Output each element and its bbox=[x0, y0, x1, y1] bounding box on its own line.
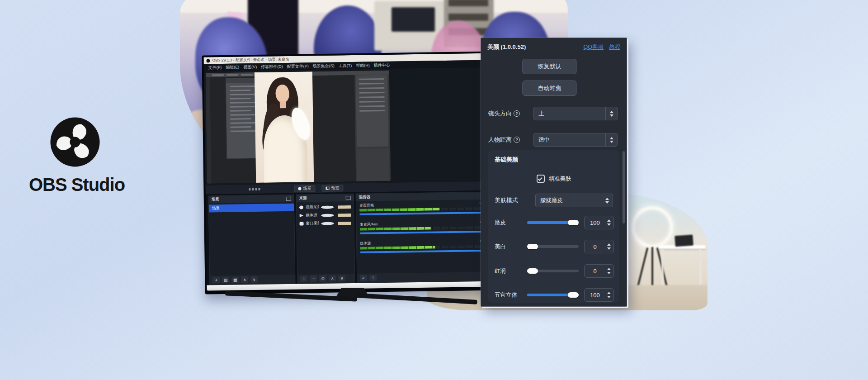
video-capture-icon bbox=[299, 205, 303, 209]
dock-menu-icon[interactable] bbox=[346, 196, 351, 200]
visibility-eye-icon[interactable] bbox=[321, 205, 334, 209]
menu-file[interactable]: 文件(F) bbox=[208, 64, 222, 70]
visibility-eye-icon[interactable] bbox=[321, 214, 334, 217]
basic-beauty-section: 基础美颜 精准美肤 美肤模式 朦胧磨皮 磨皮 100 bbox=[488, 150, 619, 303]
portrait-photo bbox=[255, 71, 314, 183]
spinner-chevrons-icon[interactable] bbox=[605, 219, 613, 226]
spinner-chevrons-icon[interactable] bbox=[605, 292, 613, 298]
lock-icon[interactable] bbox=[338, 205, 351, 209]
skin-mode-select[interactable]: 朦胧磨皮 bbox=[535, 194, 613, 207]
panel-scrollbar[interactable] bbox=[623, 151, 625, 223]
menu-edit[interactable]: 编辑(E) bbox=[226, 64, 239, 70]
rosy-slider[interactable] bbox=[527, 270, 579, 272]
lock-icon[interactable] bbox=[338, 222, 351, 225]
lock-icon[interactable] bbox=[338, 214, 351, 217]
select-chevrons-icon[interactable] bbox=[601, 194, 613, 207]
spinner-chevrons-icon[interactable] bbox=[605, 243, 613, 250]
qq-support-link[interactable]: QQ客服 bbox=[584, 43, 604, 51]
select-chevrons-icon[interactable] bbox=[605, 107, 617, 120]
visibility-eye-icon[interactable] bbox=[321, 222, 334, 225]
help-question-icon[interactable]: ? bbox=[514, 137, 520, 143]
slider-handle[interactable] bbox=[527, 244, 538, 249]
spinner-chevrons-icon[interactable] bbox=[605, 268, 613, 274]
slider-label: 美白 bbox=[495, 243, 527, 251]
scene-item-label: 场景 bbox=[212, 206, 220, 211]
menu-help[interactable]: 帮助(H) bbox=[356, 62, 370, 68]
checkbox-label: 精准美肤 bbox=[549, 175, 571, 183]
menu-plugin-center[interactable]: 插件中心 bbox=[374, 62, 390, 68]
volume-slider[interactable] bbox=[359, 212, 489, 215]
smoothing-slider[interactable] bbox=[527, 221, 579, 224]
tab-scene[interactable]: 场景 bbox=[294, 185, 315, 192]
facial-depth-value-spinner[interactable]: 100 bbox=[584, 288, 614, 302]
rosy-value-spinner[interactable]: 0 bbox=[584, 264, 614, 278]
menu-profile[interactable]: 配置文件(P) bbox=[287, 63, 309, 70]
camera-direction-select[interactable]: 上 bbox=[533, 107, 618, 120]
move-down-icon[interactable]: ∨ bbox=[338, 275, 345, 281]
smoothing-slider-row: 磨皮 100 bbox=[495, 215, 614, 230]
source-properties-icon[interactable]: ⊙ bbox=[319, 276, 326, 282]
obs-window-title: OBS 29.1.3 - 配置文件: 未命名 - 场景: 未命名 bbox=[212, 57, 289, 63]
subject-distance-label: 人物距离 bbox=[488, 136, 512, 144]
menu-view[interactable]: 视图(V) bbox=[243, 64, 257, 70]
whitening-slider[interactable] bbox=[527, 245, 579, 248]
tab-preview[interactable]: 预览 bbox=[321, 185, 343, 192]
remove-source-icon[interactable]: − bbox=[310, 276, 317, 282]
move-down-icon[interactable]: ∨ bbox=[250, 276, 258, 283]
select-chevrons-icon[interactable] bbox=[605, 133, 617, 146]
photo-shape bbox=[280, 101, 286, 108]
beauty-filter-panel: 美颜 (1.0.0.52) QQ客服 教程 恢复默认 自动对焦 镜头方向 ? 上… bbox=[481, 38, 627, 307]
ring-light-shape bbox=[632, 206, 673, 248]
split-view-icon bbox=[326, 186, 329, 190]
photo-shape bbox=[180, 0, 568, 13]
slider-handle[interactable] bbox=[527, 268, 538, 274]
slider-handle[interactable] bbox=[568, 292, 579, 298]
source-list-item[interactable]: 窗口采集 bbox=[297, 219, 354, 228]
source-item-label: 媒体源 bbox=[306, 213, 319, 218]
auto-focus-button[interactable]: 自动对焦 bbox=[522, 81, 576, 96]
select-value: 上 bbox=[534, 110, 605, 118]
select-value: 朦胧磨皮 bbox=[536, 197, 601, 204]
add-scene-icon[interactable]: + bbox=[212, 277, 220, 283]
source-list-item[interactable]: 媒体源 bbox=[297, 211, 354, 219]
photo-shape bbox=[392, 7, 435, 32]
volume-slider[interactable] bbox=[360, 250, 489, 253]
menu-scene-collection[interactable]: 场景集合(S) bbox=[313, 63, 335, 69]
skin-mode-label: 美肤模式 bbox=[495, 196, 518, 204]
smoothing-value-spinner[interactable]: 100 bbox=[584, 216, 614, 229]
restore-defaults-button[interactable]: 恢复默认 bbox=[522, 59, 576, 74]
move-up-icon[interactable]: ∧ bbox=[241, 276, 248, 283]
volume-slider[interactable] bbox=[360, 231, 489, 234]
source-item-label: 窗口采集 bbox=[306, 221, 319, 226]
mixer-config-icon[interactable]: ✓ bbox=[360, 275, 367, 281]
add-source-icon[interactable]: + bbox=[300, 276, 307, 282]
menu-docks[interactable]: 停靠部件(D) bbox=[261, 64, 283, 70]
drag-handle-dots[interactable] bbox=[249, 188, 260, 190]
obs-window: OBS 29.1.3 - 配置文件: 未命名 - 场景: 未命名 文件(F) 编… bbox=[203, 53, 498, 285]
precise-skin-checkbox[interactable] bbox=[537, 175, 545, 183]
source-list-item[interactable]: 视频采集设备 bbox=[297, 203, 354, 211]
whitening-value-spinner[interactable]: 0 bbox=[584, 240, 614, 253]
precise-skin-checkbox-row: 精准美肤 bbox=[488, 173, 619, 185]
scene-list-item[interactable]: 场景 bbox=[209, 204, 294, 213]
tutorial-link[interactable]: 教程 bbox=[609, 43, 620, 51]
slider-handle[interactable] bbox=[568, 220, 579, 225]
menu-tools[interactable]: 工具(T) bbox=[339, 62, 352, 68]
scenes-toolbar: + ▤ ▦ ∧ ∨ bbox=[210, 275, 295, 285]
mixer-toolbar: ✓ ! bbox=[357, 272, 494, 283]
remove-scene-icon[interactable]: ▤ bbox=[222, 277, 229, 283]
subject-distance-row: 人物距离 ? 适中 bbox=[488, 133, 618, 147]
slider-label: 磨皮 bbox=[495, 219, 527, 227]
obs-logo-icon bbox=[49, 116, 101, 168]
move-up-icon[interactable]: ∧ bbox=[329, 275, 336, 281]
mixer-alert-icon[interactable]: ! bbox=[369, 275, 377, 281]
scene-filters-icon[interactable]: ▦ bbox=[231, 276, 239, 283]
rosy-slider-row: 红润 0 bbox=[495, 264, 614, 278]
dock-menu-icon[interactable] bbox=[286, 196, 291, 200]
facial-depth-slider[interactable] bbox=[527, 294, 579, 296]
obs-preview-area[interactable] bbox=[204, 67, 496, 185]
subject-distance-select[interactable]: 适中 bbox=[533, 133, 618, 147]
help-question-icon[interactable]: ? bbox=[514, 110, 520, 117]
sources-header[interactable]: 来源 bbox=[297, 194, 354, 202]
slider-value: 0 bbox=[585, 268, 605, 275]
